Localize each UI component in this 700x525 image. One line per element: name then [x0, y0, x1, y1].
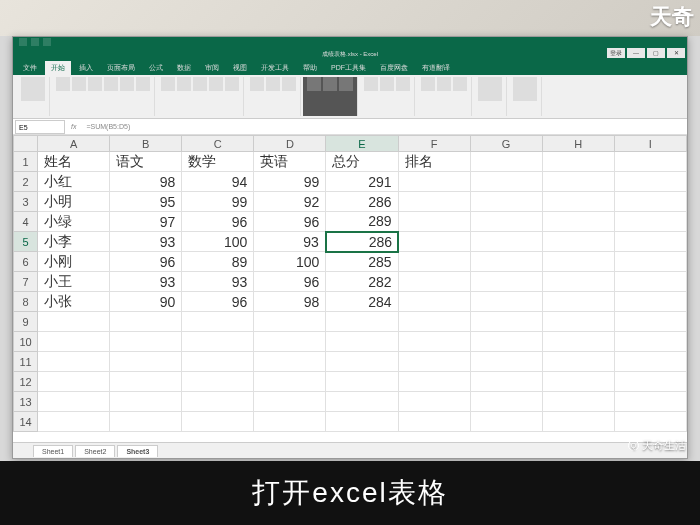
- cell-G7[interactable]: [470, 272, 542, 292]
- cell-C11[interactable]: [182, 352, 254, 372]
- cell-I7[interactable]: [614, 272, 686, 292]
- column-header-B[interactable]: B: [110, 136, 182, 152]
- row-header-12[interactable]: 12: [14, 372, 38, 392]
- column-header-H[interactable]: H: [542, 136, 614, 152]
- sheet-tab-Sheet3[interactable]: Sheet3: [117, 445, 158, 457]
- align-left-icon[interactable]: [161, 77, 175, 91]
- cell-H3[interactable]: [542, 192, 614, 212]
- ribbon-tab-文件[interactable]: 文件: [17, 61, 43, 75]
- cell-H2[interactable]: [542, 172, 614, 192]
- cell-E9[interactable]: [326, 312, 398, 332]
- cell-G11[interactable]: [470, 352, 542, 372]
- formula-bar[interactable]: =SUM(B5:D5): [82, 123, 687, 130]
- cell-E3[interactable]: 286: [326, 192, 398, 212]
- cell-D7[interactable]: 96: [254, 272, 326, 292]
- cell-D3[interactable]: 92: [254, 192, 326, 212]
- cell-C3[interactable]: 99: [182, 192, 254, 212]
- cell-F14[interactable]: [398, 412, 470, 432]
- conditional-format-icon[interactable]: [307, 77, 321, 91]
- cell-H6[interactable]: [542, 252, 614, 272]
- cell-B14[interactable]: [110, 412, 182, 432]
- border-icon[interactable]: [104, 77, 118, 91]
- number-format-icon[interactable]: [250, 77, 264, 91]
- cell-G5[interactable]: [470, 232, 542, 252]
- cell-I5[interactable]: [614, 232, 686, 252]
- row-header-5[interactable]: 5: [14, 232, 38, 252]
- cell-H5[interactable]: [542, 232, 614, 252]
- sheet-tab-Sheet1[interactable]: Sheet1: [33, 445, 73, 457]
- row-header-6[interactable]: 6: [14, 252, 38, 272]
- cell-B3[interactable]: 95: [110, 192, 182, 212]
- cell-B4[interactable]: 97: [110, 212, 182, 232]
- cell-D14[interactable]: [254, 412, 326, 432]
- cell-styles-icon[interactable]: [339, 77, 353, 91]
- cell-B5[interactable]: 93: [110, 232, 182, 252]
- cell-B10[interactable]: [110, 332, 182, 352]
- cell-A12[interactable]: [38, 372, 110, 392]
- sort-filter-icon[interactable]: [437, 77, 451, 91]
- cell-A4[interactable]: 小绿: [38, 212, 110, 232]
- cell-H13[interactable]: [542, 392, 614, 412]
- cell-C1[interactable]: 数学: [182, 152, 254, 172]
- cell-C6[interactable]: 89: [182, 252, 254, 272]
- cell-C13[interactable]: [182, 392, 254, 412]
- cell-E5[interactable]: 286: [326, 232, 398, 252]
- ribbon-tab-百度网盘[interactable]: 百度网盘: [374, 61, 414, 75]
- cell-I3[interactable]: [614, 192, 686, 212]
- ribbon-tab-视图[interactable]: 视图: [227, 61, 253, 75]
- fill-color-icon[interactable]: [120, 77, 134, 91]
- column-header-I[interactable]: I: [614, 136, 686, 152]
- cell-G1[interactable]: [470, 152, 542, 172]
- close-button[interactable]: ✕: [667, 48, 685, 58]
- cell-D1[interactable]: 英语: [254, 152, 326, 172]
- delete-icon[interactable]: [380, 77, 394, 91]
- sheet-tab-Sheet2[interactable]: Sheet2: [75, 445, 115, 457]
- maximize-button[interactable]: ▢: [647, 48, 665, 58]
- cell-E10[interactable]: [326, 332, 398, 352]
- cell-I8[interactable]: [614, 292, 686, 312]
- cell-A11[interactable]: [38, 352, 110, 372]
- cell-D10[interactable]: [254, 332, 326, 352]
- comma-icon[interactable]: [282, 77, 296, 91]
- cell-F5[interactable]: [398, 232, 470, 252]
- baidu-icon[interactable]: [478, 77, 502, 101]
- insert-icon[interactable]: [364, 77, 378, 91]
- ribbon-tab-页面布局[interactable]: 页面布局: [101, 61, 141, 75]
- font-color-icon[interactable]: [136, 77, 150, 91]
- cell-E14[interactable]: [326, 412, 398, 432]
- cell-G10[interactable]: [470, 332, 542, 352]
- cell-E8[interactable]: 284: [326, 292, 398, 312]
- cell-I6[interactable]: [614, 252, 686, 272]
- name-box[interactable]: E5: [15, 120, 65, 134]
- row-header-3[interactable]: 3: [14, 192, 38, 212]
- format-icon[interactable]: [396, 77, 410, 91]
- cell-E4[interactable]: 289: [326, 212, 398, 232]
- cell-G9[interactable]: [470, 312, 542, 332]
- cell-I11[interactable]: [614, 352, 686, 372]
- cell-H10[interactable]: [542, 332, 614, 352]
- cell-F2[interactable]: [398, 172, 470, 192]
- cell-E2[interactable]: 291: [326, 172, 398, 192]
- cell-D6[interactable]: 100: [254, 252, 326, 272]
- cell-G13[interactable]: [470, 392, 542, 412]
- cell-H12[interactable]: [542, 372, 614, 392]
- ribbon-tab-审阅[interactable]: 审阅: [199, 61, 225, 75]
- cell-F11[interactable]: [398, 352, 470, 372]
- cell-A6[interactable]: 小刚: [38, 252, 110, 272]
- bold-icon[interactable]: [56, 77, 70, 91]
- cell-F9[interactable]: [398, 312, 470, 332]
- cell-G6[interactable]: [470, 252, 542, 272]
- column-header-A[interactable]: A: [38, 136, 110, 152]
- cell-B13[interactable]: [110, 392, 182, 412]
- row-header-4[interactable]: 4: [14, 212, 38, 232]
- select-all-corner[interactable]: [14, 136, 38, 152]
- cell-B9[interactable]: [110, 312, 182, 332]
- cell-F1[interactable]: 排名: [398, 152, 470, 172]
- cell-F6[interactable]: [398, 252, 470, 272]
- cell-C9[interactable]: [182, 312, 254, 332]
- italic-icon[interactable]: [72, 77, 86, 91]
- cell-B7[interactable]: 93: [110, 272, 182, 292]
- paste-icon[interactable]: [21, 77, 45, 101]
- cell-B1[interactable]: 语文: [110, 152, 182, 172]
- cell-D4[interactable]: 96: [254, 212, 326, 232]
